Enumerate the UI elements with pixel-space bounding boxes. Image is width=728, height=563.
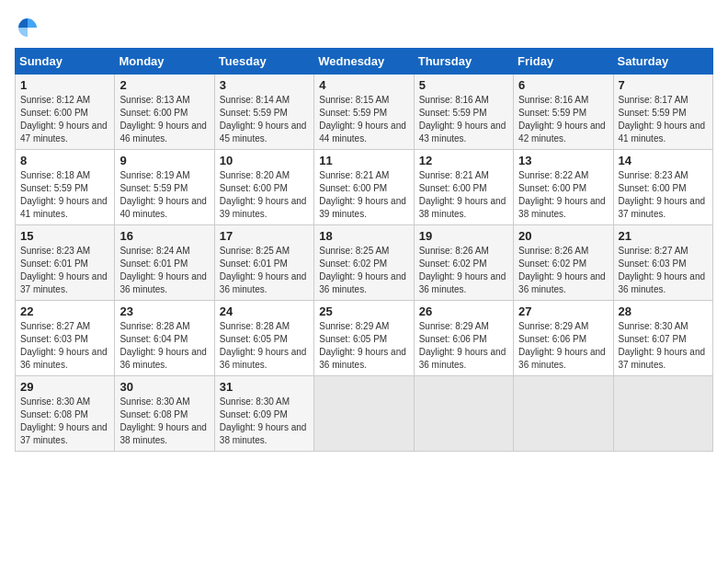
day-number: 2: [119, 78, 209, 92]
day-number: 19: [419, 229, 508, 243]
day-info: Sunrise: 8:23 AMSunset: 6:01 PMDaylight:…: [20, 246, 108, 294]
day-number: 28: [619, 304, 708, 318]
day-number: 21: [619, 229, 708, 243]
calendar-week-row: 8 Sunrise: 8:18 AMSunset: 5:59 PMDayligh…: [16, 150, 713, 225]
calendar-cell: 2 Sunrise: 8:13 AMSunset: 6:00 PMDayligh…: [115, 75, 214, 150]
day-info: Sunrise: 8:17 AMSunset: 5:59 PMDaylight:…: [619, 95, 706, 144]
day-number: 12: [419, 154, 508, 167]
calendar-cell: 21 Sunrise: 8:27 AMSunset: 6:03 PMDaylig…: [613, 225, 712, 301]
calendar-table: SundayMondayTuesdayWednesdayThursdayFrid…: [15, 48, 713, 452]
calendar-cell: 26 Sunrise: 8:29 AMSunset: 6:06 PMDaylig…: [414, 301, 513, 376]
day-number: 5: [419, 78, 508, 92]
calendar-cell: 23 Sunrise: 8:28 AMSunset: 6:04 PMDaylig…: [115, 301, 214, 376]
day-info: Sunrise: 8:14 AMSunset: 5:59 PMDaylight:…: [220, 95, 307, 144]
logo-icon: [15, 15, 40, 40]
calendar-cell: 16 Sunrise: 8:24 AMSunset: 6:01 PMDaylig…: [115, 225, 214, 301]
day-info: Sunrise: 8:27 AMSunset: 6:03 PMDaylight:…: [20, 321, 108, 370]
day-info: Sunrise: 8:21 AMSunset: 6:00 PMDaylight:…: [419, 170, 506, 219]
day-info: Sunrise: 8:29 AMSunset: 6:05 PMDaylight:…: [319, 321, 406, 370]
day-info: Sunrise: 8:25 AMSunset: 6:02 PMDaylight:…: [319, 246, 406, 294]
day-number: 30: [119, 380, 209, 394]
day-info: Sunrise: 8:15 AMSunset: 5:59 PMDaylight:…: [319, 95, 406, 144]
day-number: 15: [20, 229, 109, 243]
calendar-cell: 8 Sunrise: 8:18 AMSunset: 5:59 PMDayligh…: [16, 150, 115, 225]
day-number: 14: [619, 154, 708, 167]
weekday-header-thursday: Thursday: [414, 49, 513, 75]
day-info: Sunrise: 8:12 AMSunset: 6:00 PMDaylight:…: [20, 95, 108, 144]
day-number: 11: [319, 154, 408, 167]
calendar-cell: 7 Sunrise: 8:17 AMSunset: 5:59 PMDayligh…: [613, 75, 712, 150]
calendar-week-row: 29 Sunrise: 8:30 AMSunset: 6:08 PMDaylig…: [16, 376, 713, 452]
day-number: 3: [220, 78, 309, 92]
weekday-header-wednesday: Wednesday: [314, 49, 414, 75]
calendar-cell: 4 Sunrise: 8:15 AMSunset: 5:59 PMDayligh…: [314, 75, 414, 150]
day-number: 16: [119, 229, 209, 243]
day-info: Sunrise: 8:20 AMSunset: 6:00 PMDaylight:…: [220, 170, 307, 219]
calendar-cell: 18 Sunrise: 8:25 AMSunset: 6:02 PMDaylig…: [314, 225, 414, 301]
calendar-cell: 28 Sunrise: 8:30 AMSunset: 6:07 PMDaylig…: [613, 301, 712, 376]
weekday-header-sunday: Sunday: [16, 49, 115, 75]
calendar-cell: 27 Sunrise: 8:29 AMSunset: 6:06 PMDaylig…: [514, 301, 613, 376]
day-number: 8: [20, 154, 109, 167]
day-number: 29: [20, 380, 109, 394]
day-info: Sunrise: 8:30 AMSunset: 6:09 PMDaylight:…: [220, 396, 307, 445]
day-number: 7: [619, 78, 708, 92]
day-info: Sunrise: 8:22 AMSunset: 6:00 PMDaylight:…: [518, 170, 606, 219]
calendar-cell: 19 Sunrise: 8:26 AMSunset: 6:02 PMDaylig…: [414, 225, 513, 301]
calendar-cell: 20 Sunrise: 8:26 AMSunset: 6:02 PMDaylig…: [514, 225, 613, 301]
day-number: 25: [319, 304, 408, 318]
calendar-cell: 11 Sunrise: 8:21 AMSunset: 6:00 PMDaylig…: [314, 150, 414, 225]
calendar-cell: 14 Sunrise: 8:23 AMSunset: 6:00 PMDaylig…: [613, 150, 712, 225]
day-number: 18: [319, 229, 408, 243]
calendar-cell: 15 Sunrise: 8:23 AMSunset: 6:01 PMDaylig…: [16, 225, 115, 301]
day-number: 23: [119, 304, 209, 318]
weekday-header-row: SundayMondayTuesdayWednesdayThursdayFrid…: [16, 49, 713, 75]
logo: [15, 15, 44, 40]
calendar-cell: [414, 376, 513, 452]
day-number: 31: [220, 380, 309, 394]
day-info: Sunrise: 8:27 AMSunset: 6:03 PMDaylight:…: [619, 246, 706, 294]
day-number: 20: [518, 229, 608, 243]
day-info: Sunrise: 8:29 AMSunset: 6:06 PMDaylight:…: [518, 321, 606, 370]
day-info: Sunrise: 8:30 AMSunset: 6:08 PMDaylight:…: [119, 396, 207, 445]
calendar-cell: [613, 376, 712, 452]
calendar-cell: 12 Sunrise: 8:21 AMSunset: 6:00 PMDaylig…: [414, 150, 513, 225]
calendar-week-row: 22 Sunrise: 8:27 AMSunset: 6:03 PMDaylig…: [16, 301, 713, 376]
calendar-cell: 5 Sunrise: 8:16 AMSunset: 5:59 PMDayligh…: [414, 75, 513, 150]
day-info: Sunrise: 8:23 AMSunset: 6:00 PMDaylight:…: [619, 170, 706, 219]
calendar-cell: 3 Sunrise: 8:14 AMSunset: 5:59 PMDayligh…: [214, 75, 313, 150]
day-number: 17: [220, 229, 309, 243]
day-number: 9: [119, 154, 209, 167]
day-number: 22: [20, 304, 109, 318]
day-number: 13: [518, 154, 608, 167]
calendar-cell: [314, 376, 414, 452]
calendar-cell: 22 Sunrise: 8:27 AMSunset: 6:03 PMDaylig…: [16, 301, 115, 376]
day-number: 26: [419, 304, 508, 318]
calendar-cell: 17 Sunrise: 8:25 AMSunset: 6:01 PMDaylig…: [214, 225, 313, 301]
day-number: 4: [319, 78, 408, 92]
weekday-header-saturday: Saturday: [613, 49, 712, 75]
calendar-cell: 6 Sunrise: 8:16 AMSunset: 5:59 PMDayligh…: [514, 75, 613, 150]
calendar-week-row: 15 Sunrise: 8:23 AMSunset: 6:01 PMDaylig…: [16, 225, 713, 301]
day-info: Sunrise: 8:28 AMSunset: 6:04 PMDaylight:…: [119, 321, 207, 370]
day-info: Sunrise: 8:29 AMSunset: 6:06 PMDaylight:…: [419, 321, 506, 370]
calendar-cell: 30 Sunrise: 8:30 AMSunset: 6:08 PMDaylig…: [115, 376, 214, 452]
day-info: Sunrise: 8:19 AMSunset: 5:59 PMDaylight:…: [119, 170, 207, 219]
calendar-cell: 13 Sunrise: 8:22 AMSunset: 6:00 PMDaylig…: [514, 150, 613, 225]
calendar-cell: 25 Sunrise: 8:29 AMSunset: 6:05 PMDaylig…: [314, 301, 414, 376]
calendar-cell: 1 Sunrise: 8:12 AMSunset: 6:00 PMDayligh…: [16, 75, 115, 150]
calendar-cell: 31 Sunrise: 8:30 AMSunset: 6:09 PMDaylig…: [214, 376, 313, 452]
weekday-header-monday: Monday: [115, 49, 214, 75]
calendar-cell: 29 Sunrise: 8:30 AMSunset: 6:08 PMDaylig…: [16, 376, 115, 452]
day-number: 10: [220, 154, 309, 167]
day-info: Sunrise: 8:28 AMSunset: 6:05 PMDaylight:…: [220, 321, 307, 370]
calendar-cell: [514, 376, 613, 452]
day-info: Sunrise: 8:13 AMSunset: 6:00 PMDaylight:…: [119, 95, 207, 144]
day-info: Sunrise: 8:16 AMSunset: 5:59 PMDaylight:…: [419, 95, 506, 144]
calendar-cell: 10 Sunrise: 8:20 AMSunset: 6:00 PMDaylig…: [214, 150, 313, 225]
day-info: Sunrise: 8:26 AMSunset: 6:02 PMDaylight:…: [518, 246, 606, 294]
day-info: Sunrise: 8:25 AMSunset: 6:01 PMDaylight:…: [220, 246, 307, 294]
day-info: Sunrise: 8:21 AMSunset: 6:00 PMDaylight:…: [319, 170, 406, 219]
day-info: Sunrise: 8:30 AMSunset: 6:07 PMDaylight:…: [619, 321, 706, 370]
header: [15, 15, 713, 40]
